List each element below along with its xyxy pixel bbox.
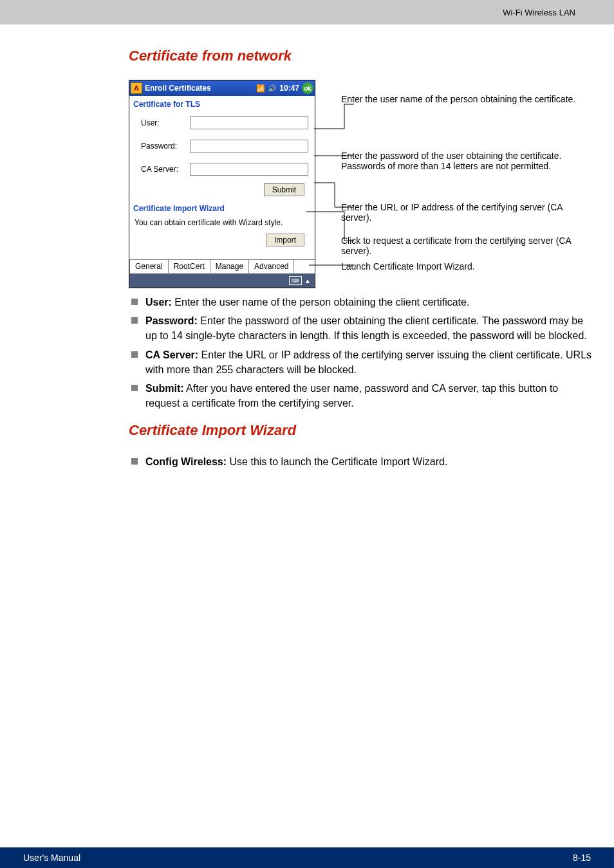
section-title-certificate-import-wizard: Certificate Import Wizard: [129, 422, 593, 439]
header-right-text: Wi-Fi Wireless LAN: [503, 8, 575, 17]
bullet-text: After you have entered the user name, pa…: [145, 383, 558, 409]
bullet-label: Submit:: [145, 383, 184, 394]
section-title-certificate-from-network: Certificate from network: [129, 48, 593, 64]
page-header: Wi-Fi Wireless LAN: [0, 0, 614, 24]
page-footer: User's Manual 8-15: [0, 847, 614, 868]
callout-submit: Click to request a certificate from the …: [341, 235, 593, 256]
bullet-label: CA Server:: [145, 349, 198, 360]
callout-password: Enter the password of the user obtaining…: [341, 151, 593, 171]
bullet-label: Config Wireless:: [145, 456, 227, 467]
page-content: Certificate from network A Enroll Certif…: [0, 24, 614, 470]
bullet-icon: [131, 385, 138, 391]
figure-row: A Enroll Certificates 📶 🔊 10:47 ok Certi…: [129, 80, 593, 288]
bullet-list-wizard: Config Wireless: Use this to launch the …: [129, 454, 593, 469]
bullet-icon: [131, 458, 138, 465]
callout-user: Enter the user name of the person obtain…: [341, 94, 593, 104]
footer-left: User's Manual: [23, 853, 80, 863]
callout-ca: Enter the URL or IP address of the certi…: [341, 202, 593, 223]
list-item: CA Server: Enter the URL or IP address o…: [129, 347, 593, 377]
bullet-text: Enter the URL or IP address of the certi…: [145, 349, 591, 375]
bullet-icon: [131, 351, 138, 358]
list-item: Submit: After you have entered the user …: [129, 381, 593, 411]
bullet-text: Use this to launch the Certificate Impor…: [227, 456, 447, 467]
footer-right: 8-15: [573, 853, 591, 863]
callout-import: Launch Certificate Import Wizard.: [341, 261, 593, 272]
list-item: Config Wireless: Use this to launch the …: [129, 454, 593, 469]
